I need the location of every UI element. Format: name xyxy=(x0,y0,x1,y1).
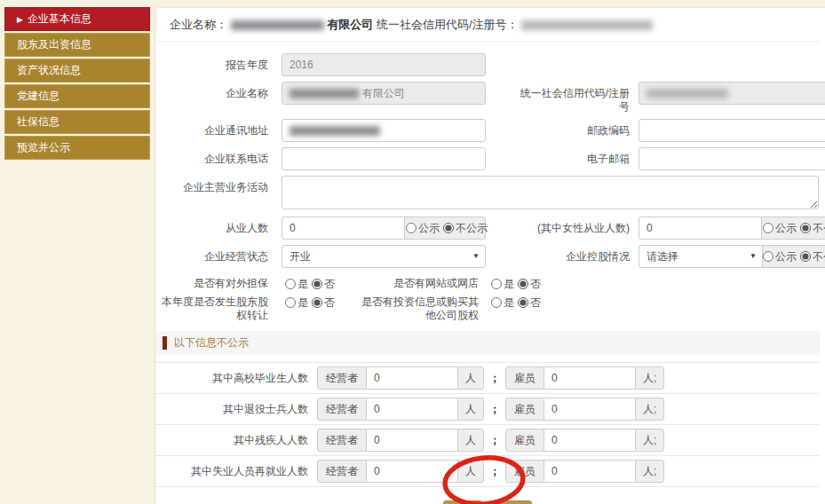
email-input[interactable] xyxy=(639,147,825,170)
holding-not-public-radio[interactable] xyxy=(800,251,811,262)
guarantee-label: 是否有对外担保 xyxy=(155,275,268,290)
chevron-down-icon: ▼ xyxy=(750,246,757,267)
operator-group: 经营者 人 xyxy=(317,398,484,421)
operator-group: 经营者 人 xyxy=(317,429,484,452)
holding-status-label: 企业控股情况 xyxy=(510,245,630,264)
table-row: 其中残疾人人数 经营者 人 ； 雇员 人; xyxy=(155,425,820,456)
activity-textarea[interactable] xyxy=(282,176,819,209)
graduates-employee-input[interactable] xyxy=(544,366,635,390)
redacted-credit-code-value xyxy=(647,89,728,98)
veterans-employee-input[interactable] xyxy=(544,398,635,421)
employees-public-radio[interactable] xyxy=(406,223,416,233)
company-name-label: 企业名称： xyxy=(170,18,227,31)
address-label: 企业通讯地址 xyxy=(155,119,268,138)
holding-public-radio[interactable] xyxy=(763,251,773,262)
report-year-input[interactable] xyxy=(282,53,486,76)
veterans-operator-input[interactable] xyxy=(367,398,457,421)
save-button[interactable]: 保存 xyxy=(443,500,482,504)
group-separator: ； xyxy=(489,464,500,479)
female-public-radio[interactable] xyxy=(763,223,773,233)
sidebar-item-label: 企业基本信息 xyxy=(28,12,91,25)
redacted-company-name xyxy=(231,20,324,30)
company-name-suffix: 有限公司 xyxy=(327,18,373,31)
redacted-credit-code xyxy=(521,20,653,30)
disabled-employee-input[interactable] xyxy=(544,429,635,452)
unit-suffix: 人 xyxy=(457,429,484,452)
operator-group: 经营者 人 xyxy=(317,366,484,390)
public-radio-label: 公示 xyxy=(418,221,440,236)
sidebar-item-preview-publish[interactable]: 预览并公示 xyxy=(4,136,150,160)
employees-label: 从业人数 xyxy=(155,217,268,235)
sidebar-item-label: 资产状况信息 xyxy=(17,64,81,76)
not-public-radio-label: 不公示 xyxy=(813,221,825,236)
equity-transfer-radios: 是否 xyxy=(282,294,335,311)
holding-status-select[interactable]: 请选择 ▼ xyxy=(639,245,763,268)
credit-code-input[interactable] xyxy=(639,82,825,105)
employee-prefix: 雇员 xyxy=(505,398,544,421)
graduates-operator-input[interactable] xyxy=(367,366,457,390)
equity-no-radio[interactable] xyxy=(312,297,322,308)
employees-not-public-radio[interactable] xyxy=(443,223,454,233)
guarantee-yes-radio[interactable] xyxy=(285,279,296,289)
company-name-suffix-text: 有限公司 xyxy=(362,86,405,101)
employees-input[interactable] xyxy=(282,217,406,240)
postcode-label: 邮政编码 xyxy=(510,119,630,138)
holding-status-value: 请选择 xyxy=(647,250,678,263)
unit-suffix: 人 xyxy=(457,460,484,483)
sidebar-item-basic-info[interactable]: ▶企业基本信息 xyxy=(4,7,150,31)
unit-suffix: 人 xyxy=(457,398,484,421)
sidebar-item-label: 预览并公示 xyxy=(17,141,70,154)
reemployed-operator-input[interactable] xyxy=(367,460,457,483)
unit-end-suffix: 人; xyxy=(635,366,664,390)
no-radio-label: 否 xyxy=(530,296,541,309)
not-public-rows: 其中高校毕业生人数 经营者 人 ； 雇员 人; 其中退役士兵人数 xyxy=(155,362,820,487)
report-year-label: 报告年度 xyxy=(155,53,268,72)
investment-no-radio[interactable] xyxy=(518,297,528,308)
email-label: 电子邮箱 xyxy=(510,147,630,166)
equity-transfer-label: 本年度是否发生股东股权转让 xyxy=(155,294,268,322)
sidebar-item-label: 社保信息 xyxy=(17,115,59,128)
employee-group: 雇员 人; xyxy=(505,460,664,483)
unit-end-suffix: 人; xyxy=(635,398,664,421)
guarantee-no-radio[interactable] xyxy=(312,279,322,289)
sidebar: ▶企业基本信息 股东及出资信息 资产状况信息 党建信息 社保信息 预览并公示 xyxy=(0,0,155,504)
main-content: 企业名称： 有限公司 统一社会信用代码/注册号： 报告年度 企业名称 有限公司 … xyxy=(155,7,825,504)
section-bar-icon xyxy=(163,336,167,350)
graduates-row-label: 其中高校毕业生人数 xyxy=(155,371,308,386)
public-radio-label: 公示 xyxy=(775,249,797,264)
company-header: 企业名称： 有限公司 统一社会信用代码/注册号： xyxy=(155,8,820,42)
female-not-public-radio[interactable] xyxy=(800,223,811,233)
operator-prefix: 经营者 xyxy=(317,429,367,452)
public-radio-label: 公示 xyxy=(775,221,797,236)
company-name-input[interactable]: 有限公司 xyxy=(282,82,486,105)
group-separator: ； xyxy=(489,371,500,386)
close-button[interactable]: 关闭 xyxy=(493,500,532,504)
form-footer: 保存 关闭 xyxy=(155,500,820,504)
sidebar-item-party-building[interactable]: 党建信息 xyxy=(4,84,150,108)
website-no-radio[interactable] xyxy=(518,279,528,289)
business-status-select[interactable]: 开业 ▼ xyxy=(282,245,486,268)
credit-code-field-label: 统一社会信用代码/注册号 xyxy=(510,82,630,114)
guarantee-radios: 是否 xyxy=(282,275,335,292)
business-status-label: 企业经营状态 xyxy=(155,245,268,264)
phone-input[interactable] xyxy=(282,147,486,170)
sidebar-item-shareholders[interactable]: 股东及出资信息 xyxy=(4,33,150,57)
not-public-section-header: 以下信息不公示 xyxy=(155,331,820,355)
equity-yes-radio[interactable] xyxy=(285,297,296,308)
operator-prefix: 经营者 xyxy=(317,366,367,390)
website-yes-radio[interactable] xyxy=(491,279,502,289)
female-employees-input[interactable] xyxy=(639,217,763,240)
sidebar-item-label: 党建信息 xyxy=(17,90,59,102)
sidebar-item-social-security[interactable]: 社保信息 xyxy=(4,110,150,134)
table-row: 其中高校毕业生人数 经营者 人 ； 雇员 人; xyxy=(155,363,820,394)
investment-label: 是否有投资信息或购买其他公司股权 xyxy=(359,294,479,322)
redacted-address-value xyxy=(290,126,380,136)
credit-code-label: 统一社会信用代码/注册号： xyxy=(377,18,519,31)
group-separator: ； xyxy=(489,433,500,448)
address-input[interactable] xyxy=(282,119,486,142)
disabled-operator-input[interactable] xyxy=(367,429,457,452)
postcode-input[interactable] xyxy=(639,119,825,142)
sidebar-item-assets[interactable]: 资产状况信息 xyxy=(4,59,150,83)
reemployed-employee-input[interactable] xyxy=(544,460,635,483)
investment-yes-radio[interactable] xyxy=(491,297,502,308)
